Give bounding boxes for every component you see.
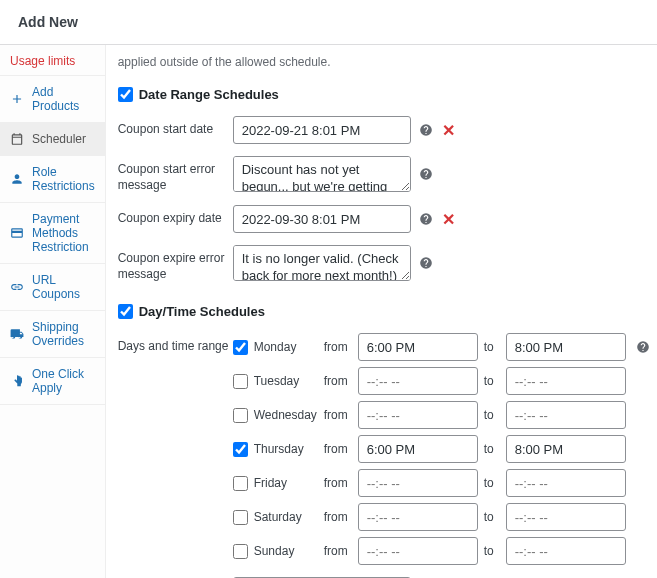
- to-time-input[interactable]: [506, 435, 626, 463]
- help-icon[interactable]: [419, 167, 433, 181]
- start-error-input[interactable]: [233, 156, 411, 192]
- day-row-wednesday: Wednesdayfromto: [233, 401, 650, 429]
- help-icon[interactable]: [419, 212, 433, 226]
- start-date-label: Coupon start date: [118, 116, 233, 138]
- to-time-input[interactable]: [506, 537, 626, 565]
- day-name-label: Saturday: [254, 510, 318, 524]
- intro-text: applied outside of the allowed schedule.: [118, 55, 650, 69]
- to-label: to: [484, 510, 500, 524]
- sidebar-item-url-coupons[interactable]: URL Coupons: [0, 264, 105, 311]
- from-time-input[interactable]: [358, 435, 478, 463]
- to-label: to: [484, 374, 500, 388]
- page-title: Add New: [0, 0, 657, 45]
- truck-icon: [10, 327, 24, 341]
- from-time-input[interactable]: [358, 333, 478, 361]
- day-row-thursday: Thursdayfromto: [233, 435, 650, 463]
- date-range-checkbox[interactable]: [118, 87, 133, 102]
- day-name-label: Thursday: [254, 442, 318, 456]
- sidebar-item-label: Role Restrictions: [32, 165, 95, 193]
- sidebar-item-shipping-overrides[interactable]: Shipping Overrides: [0, 311, 105, 358]
- from-time-input[interactable]: [358, 401, 478, 429]
- day-checkbox-thursday[interactable]: [233, 442, 248, 457]
- sidebar-item-scheduler[interactable]: Scheduler: [0, 123, 105, 156]
- start-error-label: Coupon start error message: [118, 156, 233, 193]
- to-time-input[interactable]: [506, 333, 626, 361]
- hand-icon: [10, 374, 24, 388]
- day-name-label: Sunday: [254, 544, 318, 558]
- days-range-label: Days and time range: [118, 333, 233, 355]
- sidebar-item-label: Scheduler: [32, 132, 86, 146]
- expiry-date-input[interactable]: [233, 205, 411, 233]
- from-label: from: [324, 408, 352, 422]
- day-row-sunday: Sundayfromto: [233, 537, 650, 565]
- day-checkbox-saturday[interactable]: [233, 510, 248, 525]
- help-icon[interactable]: [419, 256, 433, 270]
- to-label: to: [484, 476, 500, 490]
- day-name-label: Monday: [254, 340, 318, 354]
- sidebar-item-usage-limits[interactable]: Usage limits: [0, 47, 105, 76]
- person-icon: [10, 172, 24, 186]
- from-label: from: [324, 510, 352, 524]
- from-label: from: [324, 340, 352, 354]
- to-label: to: [484, 340, 500, 354]
- day-row-friday: Fridayfromto: [233, 469, 650, 497]
- day-name-label: Friday: [254, 476, 318, 490]
- from-label: from: [324, 442, 352, 456]
- sidebar: Usage limitsAdd ProductsSchedulerRole Re…: [0, 45, 106, 578]
- to-label: to: [484, 408, 500, 422]
- sidebar-item-payment-methods-restriction[interactable]: Payment Methods Restriction: [0, 203, 105, 264]
- day-checkbox-tuesday[interactable]: [233, 374, 248, 389]
- to-time-input[interactable]: [506, 503, 626, 531]
- daytime-title: Day/Time Schedules: [139, 304, 265, 319]
- from-time-input[interactable]: [358, 469, 478, 497]
- sidebar-item-label: Payment Methods Restriction: [32, 212, 95, 254]
- from-label: from: [324, 544, 352, 558]
- from-time-input[interactable]: [358, 537, 478, 565]
- sidebar-item-role-restrictions[interactable]: Role Restrictions: [0, 156, 105, 203]
- day-name-label: Tuesday: [254, 374, 318, 388]
- date-range-title: Date Range Schedules: [139, 87, 279, 102]
- main-panel: applied outside of the allowed schedule.…: [106, 45, 657, 578]
- clear-expiry-icon[interactable]: ✕: [441, 210, 457, 229]
- to-time-input[interactable]: [506, 469, 626, 497]
- card-icon: [10, 226, 24, 240]
- sidebar-item-label: One Click Apply: [32, 367, 95, 395]
- help-icon[interactable]: [419, 123, 433, 137]
- expire-error-label: Coupon expire error message: [118, 245, 233, 282]
- to-label: to: [484, 442, 500, 456]
- day-row-saturday: Saturdayfromto: [233, 503, 650, 531]
- day-checkbox-friday[interactable]: [233, 476, 248, 491]
- expire-error-input[interactable]: [233, 245, 411, 281]
- sidebar-item-label: Add Products: [32, 85, 95, 113]
- to-time-input[interactable]: [506, 401, 626, 429]
- sidebar-item-label: Usage limits: [10, 54, 75, 68]
- to-label: to: [484, 544, 500, 558]
- sidebar-item-one-click-apply[interactable]: One Click Apply: [0, 358, 105, 405]
- sidebar-item-add-products[interactable]: Add Products: [0, 76, 105, 123]
- link-icon: [10, 280, 24, 294]
- day-row-tuesday: Tuesdayfromto: [233, 367, 650, 395]
- day-row-monday: Mondayfromto: [233, 333, 650, 361]
- day-checkbox-sunday[interactable]: [233, 544, 248, 559]
- plus-icon: [10, 92, 24, 106]
- sidebar-item-label: Shipping Overrides: [32, 320, 95, 348]
- to-time-input[interactable]: [506, 367, 626, 395]
- help-icon[interactable]: [636, 340, 650, 354]
- day-name-label: Wednesday: [254, 408, 318, 422]
- from-label: from: [324, 374, 352, 388]
- from-label: from: [324, 476, 352, 490]
- daytime-checkbox[interactable]: [118, 304, 133, 319]
- start-date-input[interactable]: [233, 116, 411, 144]
- from-time-input[interactable]: [358, 367, 478, 395]
- clear-start-icon[interactable]: ✕: [441, 121, 457, 140]
- expiry-date-label: Coupon expiry date: [118, 205, 233, 227]
- sidebar-item-label: URL Coupons: [32, 273, 95, 301]
- day-checkbox-wednesday[interactable]: [233, 408, 248, 423]
- from-time-input[interactable]: [358, 503, 478, 531]
- calendar-icon: [10, 132, 24, 146]
- day-checkbox-monday[interactable]: [233, 340, 248, 355]
